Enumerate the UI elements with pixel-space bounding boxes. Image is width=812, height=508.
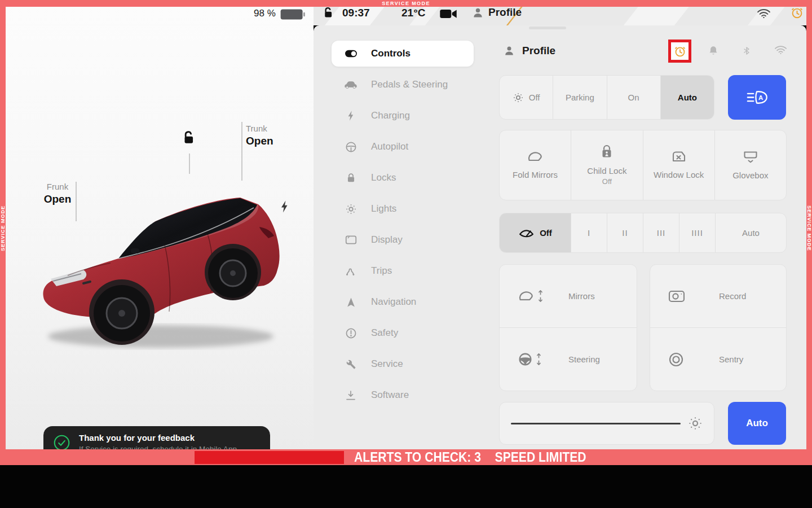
segment-label: Parking <box>566 93 594 102</box>
adjust-label: Record <box>719 291 746 301</box>
up-down-arrows-icon <box>536 352 542 366</box>
auto-highbeam-button[interactable]: A <box>728 75 786 120</box>
menu-item-pedals-steering[interactable]: Pedals & Steering <box>332 72 474 98</box>
mirrors-adjust-button[interactable]: Mirrors <box>500 265 637 328</box>
service-mode-right-strip: SERVICE MODE <box>806 7 812 449</box>
adjust-label: Sentry <box>719 354 743 364</box>
menu-label: Display <box>371 234 403 246</box>
menu-item-trips[interactable]: Trips <box>332 258 474 284</box>
outside-temperature: 21°C <box>401 7 425 19</box>
menu-item-locks[interactable]: Locks <box>332 165 474 191</box>
toggle-icon <box>344 50 358 58</box>
frunk-callout: Frunk Open <box>39 182 76 205</box>
light-bulb-icon <box>344 203 358 215</box>
wifi-status-icon[interactable] <box>757 8 771 19</box>
record-sentry-card: Record Sentry <box>650 264 787 391</box>
window-lock-icon <box>671 150 687 163</box>
menu-item-charging[interactable]: Charging <box>332 103 474 129</box>
steering-adjust-button[interactable]: Steering <box>500 328 637 391</box>
mirror-icon <box>527 150 544 163</box>
profile-section-header: Profile <box>504 40 555 62</box>
profile-person-icon[interactable] <box>472 7 484 19</box>
menu-item-navigation[interactable]: Navigation <box>332 289 474 315</box>
battery-percent: 98 % <box>254 8 276 19</box>
menu-label: Software <box>371 389 409 401</box>
frunk-open-button[interactable]: Open <box>39 193 76 205</box>
menu-item-service[interactable]: Service <box>332 351 474 377</box>
menu-label: Navigation <box>371 296 416 308</box>
trunk-label: Trunk <box>246 124 273 133</box>
tesla-service-mode-screen: SERVICE MODE SERVICE MODE SERVICE MODE 9… <box>0 0 812 508</box>
car-side-icon <box>344 80 358 90</box>
battery-icon <box>280 9 305 20</box>
banner-progress-block <box>195 451 344 464</box>
auto-button-label: Auto <box>746 418 768 429</box>
wiper-speed-2-segment[interactable]: II <box>607 213 643 252</box>
brightness-slider-track[interactable] <box>511 423 681 424</box>
wiper-speed-3-segment[interactable]: III <box>643 213 679 252</box>
menu-item-controls[interactable]: Controls <box>332 41 474 67</box>
notifications-bell-icon[interactable] <box>708 45 719 57</box>
dashcam-icon <box>668 290 705 303</box>
steering-adjust-icon <box>518 352 555 367</box>
headlight-off-segment[interactable]: Off <box>500 76 553 119</box>
menu-item-safety[interactable]: Safety <box>332 320 474 346</box>
sentry-icon <box>668 352 705 367</box>
fold-mirrors-button[interactable]: Fold Mirrors <box>500 130 571 200</box>
quick-controls-row: Fold Mirrors Child Lock Off Window Lock … <box>499 130 787 200</box>
wiper-off-segment[interactable]: Off <box>500 213 571 252</box>
segment-label: Auto <box>678 93 697 102</box>
unlocked-icon[interactable] <box>321 7 334 19</box>
wiper-auto-segment[interactable]: Auto <box>716 213 786 252</box>
segment-label: Auto <box>742 228 760 238</box>
menu-label: Pedals & Steering <box>371 79 448 90</box>
child-lock-button[interactable]: Child Lock Off <box>571 130 643 200</box>
car-unlocked-icon[interactable] <box>180 130 196 145</box>
brightness-auto-button[interactable]: Auto <box>728 402 786 445</box>
wifi-icon[interactable] <box>774 45 787 55</box>
menu-item-autopilot[interactable]: Autopilot <box>332 134 474 160</box>
record-button[interactable]: Record <box>650 265 786 328</box>
glovebox-button[interactable]: Glovebox <box>715 130 786 200</box>
profile-title: Profile <box>522 45 555 57</box>
status-profile-label[interactable]: Profile <box>488 6 522 19</box>
menu-item-lights[interactable]: Lights <box>332 196 474 222</box>
bluetooth-icon[interactable] <box>742 45 751 57</box>
sentry-button[interactable]: Sentry <box>650 328 786 391</box>
scheduled-alert-highlight[interactable] <box>668 40 691 63</box>
navigation-arrow-icon <box>344 297 358 308</box>
segment-label: I <box>588 228 590 238</box>
segment-label: Off <box>529 93 540 102</box>
headlight-beam-icon: A <box>745 89 769 106</box>
brightness-slider-card[interactable] <box>499 402 714 445</box>
adjust-label: Mirrors <box>568 291 595 301</box>
child-lock-state: Off <box>602 177 612 186</box>
padlock-icon <box>344 172 358 183</box>
menu-item-software[interactable]: Software <box>332 382 474 408</box>
quick-label: Fold Mirrors <box>507 170 563 181</box>
frunk-callout-line <box>76 182 77 221</box>
svg-text:A: A <box>758 94 762 101</box>
wiper-control: Off I II III IIII Auto <box>499 213 787 253</box>
cabin-camera-icon[interactable] <box>440 8 457 19</box>
wiper-speed-4-segment[interactable]: IIII <box>679 213 716 252</box>
trunk-open-button[interactable]: Open <box>246 135 273 147</box>
headlight-on-segment[interactable]: On <box>607 76 661 119</box>
bottom-dock: Manual LO <box>0 465 812 508</box>
menu-label: Locks <box>371 172 396 183</box>
headlight-parking-segment[interactable]: Parking <box>553 76 607 119</box>
menu-label: Charging <box>371 110 410 121</box>
headlight-auto-segment[interactable]: Auto <box>661 76 714 119</box>
charge-port-bolt-icon[interactable] <box>280 199 290 214</box>
menu-item-display[interactable]: Display <box>332 227 474 253</box>
alarm-clock-status-icon[interactable] <box>791 6 804 19</box>
menu-label: Lights <box>371 203 396 214</box>
menu-label: Safety <box>371 327 398 339</box>
window-lock-button[interactable]: Window Lock <box>643 130 715 200</box>
wiper-speed-1-segment[interactable]: I <box>571 213 607 252</box>
panel-drag-handle[interactable] <box>529 27 566 29</box>
quick-label: Window Lock <box>651 170 707 181</box>
alert-circle-icon <box>344 327 358 339</box>
up-down-arrows-icon <box>537 289 544 303</box>
alerts-banner[interactable]: ALERTS TO CHECK: 3 SPEED LIMITED <box>0 449 812 465</box>
